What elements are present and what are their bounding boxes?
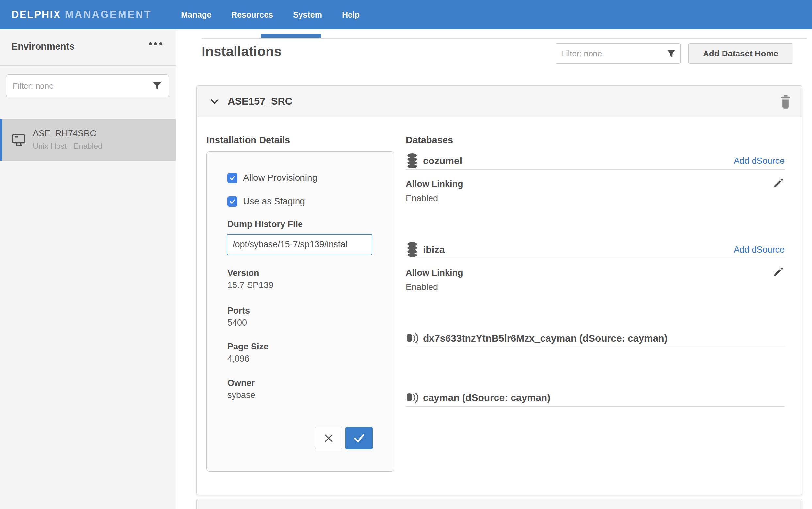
dsource-title-row: cayman (dSource: cayman) <box>406 389 785 407</box>
version-label: Version <box>227 268 259 278</box>
host-icon <box>11 132 26 147</box>
database-entry-body: Allow Linking Enabled <box>406 259 785 292</box>
add-dsource-link[interactable]: Add dSource <box>733 156 785 166</box>
allow-linking-value: Enabled <box>406 282 785 292</box>
nav-item-system[interactable]: System <box>293 10 322 20</box>
allow-linking-label: Allow Linking <box>406 179 785 189</box>
sidebar-header: Environments <box>0 29 176 66</box>
use-as-staging-row: Use as Staging <box>227 196 305 207</box>
dsource-name: cayman (dSource: cayman) <box>423 392 550 403</box>
database-name: ibiza <box>423 244 445 255</box>
top-nav-bar: DELPHIX MANAGEMENT Manage Resources Syst… <box>0 0 812 29</box>
database-entry-body: Allow Linking Enabled <box>406 170 785 204</box>
databases-heading: Databases <box>406 135 785 145</box>
trash-icon[interactable] <box>779 94 792 111</box>
version-value: 15.7 SP139 <box>227 280 273 291</box>
brand-primary: DELPHIX <box>11 9 61 21</box>
installation-details-panel: Allow Provisioning Use as Staging Dump H… <box>207 151 394 472</box>
sidebar-title: Environments <box>11 41 74 52</box>
dump-history-file-input[interactable] <box>227 234 372 255</box>
allow-provisioning-label: Allow Provisioning <box>243 173 317 183</box>
installations-filter-input[interactable] <box>561 49 666 58</box>
nav-item-resources[interactable]: Resources <box>231 10 273 20</box>
use-as-staging-checkbox[interactable] <box>227 196 238 207</box>
filter-funnel-icon[interactable] <box>666 48 676 58</box>
dsource-icon <box>406 333 419 344</box>
ports-label: Ports <box>227 306 250 316</box>
allow-provisioning-row: Allow Provisioning <box>227 173 317 183</box>
owner-label: Owner <box>227 378 255 388</box>
brand-secondary: MANAGEMENT <box>65 9 152 21</box>
databases-column: Databases cozumel Add dSource <box>406 135 785 407</box>
database-entry: cozumel Add dSource Allow Linking Enable… <box>406 153 785 204</box>
database-title-row: ibiza Add dSource <box>406 241 785 259</box>
installations-filter-box <box>555 43 681 64</box>
ellipsis-menu-icon[interactable] <box>149 42 162 45</box>
database-entry: ibiza Add dSource Allow Linking Enabled <box>406 241 785 292</box>
database-icon <box>406 153 419 169</box>
dsource-name: dx7s633tnzYtnB5lr6Mzx_cayman (dSource: c… <box>423 333 668 344</box>
add-dataset-home-button[interactable]: Add Dataset Home <box>688 43 793 64</box>
pencil-icon[interactable] <box>773 266 784 279</box>
database-name: cozumel <box>423 155 462 166</box>
database-icon <box>406 242 419 258</box>
use-as-staging-label: Use as Staging <box>243 196 305 207</box>
confirm-button[interactable] <box>345 427 373 449</box>
installation-details-heading: Installation Details <box>207 135 290 145</box>
owner-value: sybase <box>227 390 255 400</box>
installation-card: ASE157_SRC Installation Details Allow <box>196 86 802 495</box>
collapsed-installation-card[interactable] <box>196 499 802 509</box>
page-size-label: Page Size <box>227 342 269 352</box>
check-icon <box>352 433 366 444</box>
brand-logo: DELPHIX MANAGEMENT <box>11 0 152 29</box>
ports-value: 5400 <box>227 318 247 328</box>
cancel-button[interactable] <box>315 427 342 449</box>
nav-menu: Manage Resources System Help <box>181 0 360 29</box>
page-size-value: 4,096 <box>227 354 250 364</box>
environments-sidebar: Environments ASE_RH74SRC Unix Host - Ena… <box>0 29 176 509</box>
nav-item-manage[interactable]: Manage <box>181 10 211 20</box>
environment-status: Unix Host - Enabled <box>33 142 102 151</box>
main-content: Installations Add Dataset Home ASE157_SR… <box>177 29 812 509</box>
dsource-entry: cayman (dSource: cayman) <box>406 389 785 407</box>
sidebar-item-environment[interactable]: ASE_RH74SRC Unix Host - Enabled <box>0 119 176 161</box>
allow-provisioning-checkbox[interactable] <box>227 173 238 183</box>
allow-linking-value: Enabled <box>406 194 785 204</box>
tab-bar-rule <box>201 37 807 38</box>
filter-funnel-icon[interactable] <box>152 81 162 91</box>
database-title-row: cozumel Add dSource <box>406 153 785 170</box>
active-tab-indicator[interactable] <box>261 34 321 37</box>
dsource-entry: dx7s633tnzYtnB5lr6Mzx_cayman (dSource: c… <box>406 330 785 347</box>
allow-linking-label: Allow Linking <box>406 268 785 278</box>
chevron-down-icon[interactable] <box>209 96 220 107</box>
delphix-management-app: DELPHIX MANAGEMENT Manage Resources Syst… <box>0 0 812 509</box>
close-icon <box>323 433 334 444</box>
nav-item-help[interactable]: Help <box>342 10 360 20</box>
dsource-icon <box>406 392 419 404</box>
page-title: Installations <box>201 44 282 59</box>
sidebar-filter-input[interactable] <box>13 81 152 91</box>
sidebar-filter-box <box>6 74 169 97</box>
pencil-icon[interactable] <box>773 177 784 190</box>
add-dsource-link[interactable]: Add dSource <box>733 245 785 255</box>
dump-history-file-label: Dump History File <box>227 219 303 229</box>
installation-name: ASE157_SRC <box>228 96 292 107</box>
installation-card-header: ASE157_SRC <box>197 86 802 117</box>
dsource-title-row: dx7s633tnzYtnB5lr6Mzx_cayman (dSource: c… <box>406 330 785 347</box>
environment-name: ASE_RH74SRC <box>33 129 102 139</box>
